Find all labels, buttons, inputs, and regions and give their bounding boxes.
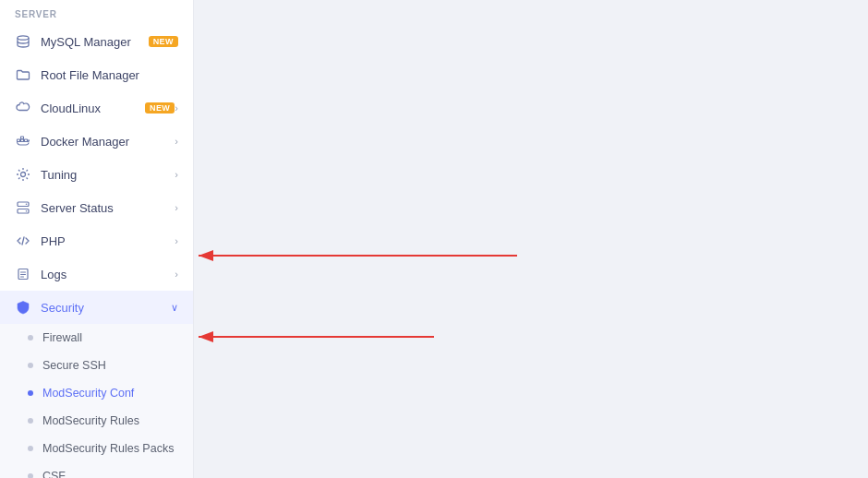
- sub-item-modsecurity-rules-packs[interactable]: ModSecurity Rules Packs: [0, 435, 193, 462]
- sidebar-item-logs[interactable]: Logs ›: [0, 257, 193, 291]
- dot-secure-ssh: [28, 363, 33, 368]
- sub-label-modsecurity-rules: ModSecurity Rules: [42, 414, 139, 427]
- sidebar-label-php: PHP: [41, 234, 175, 248]
- sidebar-item-cloudlinux[interactable]: CloudLinux NEW ›: [0, 91, 193, 125]
- sidebar-label-security: Security: [41, 301, 171, 315]
- chevron-php: ›: [175, 235, 178, 246]
- server-section-header: SERVER: [0, 0, 193, 25]
- chevron-tuning: ›: [175, 169, 178, 180]
- sidebar-item-mysql-manager[interactable]: MySQL Manager NEW: [0, 25, 193, 58]
- sub-item-modsecurity-rules[interactable]: ModSecurity Rules: [0, 407, 193, 435]
- sub-label-csf: CSF: [42, 470, 66, 478]
- sidebar-label-mysql-manager: MySQL Manager: [41, 35, 143, 49]
- dot-modsecurity-rules-packs: [28, 446, 33, 451]
- svg-point-8: [26, 203, 28, 205]
- sub-item-secure-ssh[interactable]: Secure SSH: [0, 352, 193, 379]
- svg-point-0: [18, 36, 29, 40]
- badge-new-cloudlinux: NEW: [145, 102, 175, 114]
- sub-item-csf[interactable]: CSF: [0, 462, 193, 478]
- svg-rect-1: [18, 139, 20, 142]
- sub-label-modsecurity-conf: ModSecurity Conf: [42, 387, 134, 400]
- sub-label-firewall: Firewall: [42, 331, 82, 344]
- sidebar-label-server-status: Server Status: [41, 201, 175, 215]
- sidebar-item-php[interactable]: PHP ›: [0, 224, 193, 257]
- security-submenu: Firewall Secure SSH ModSecurity Conf Mod…: [0, 324, 193, 478]
- shield-icon: [15, 299, 31, 316]
- chevron-logs: ›: [175, 269, 178, 280]
- sidebar-item-docker-manager[interactable]: Docker Manager ›: [0, 125, 193, 158]
- sidebar-label-tuning: Tuning: [41, 168, 175, 182]
- main-content: [194, 0, 868, 478]
- sidebar-item-tuning[interactable]: Tuning ›: [0, 158, 193, 191]
- sub-item-modsecurity-conf[interactable]: ModSecurity Conf: [0, 379, 193, 407]
- dot-csf: [28, 473, 33, 478]
- sidebar-label-logs: Logs: [41, 268, 175, 281]
- dot-modsecurity-conf: [28, 390, 33, 396]
- folder-icon: [15, 66, 31, 83]
- dot-firewall: [28, 335, 33, 341]
- cloud-icon: [15, 100, 31, 116]
- svg-point-9: [26, 210, 28, 212]
- sidebar-label-cloudlinux: CloudLinux: [41, 102, 139, 115]
- sidebar-item-server-status[interactable]: Server Status ›: [0, 191, 193, 224]
- dot-modsecurity-rules: [28, 418, 33, 424]
- chevron-cloudlinux: ›: [175, 102, 178, 114]
- sidebar-label-root-file-manager: Root File Manager: [41, 68, 178, 82]
- database-icon: [15, 33, 31, 50]
- svg-rect-2: [21, 139, 24, 142]
- chevron-server-status: ›: [175, 202, 178, 213]
- sidebar: SERVER MySQL Manager NEW Root File Manag…: [0, 0, 194, 478]
- docker-icon: [15, 133, 31, 149]
- sidebar-item-root-file-manager[interactable]: Root File Manager: [0, 58, 193, 91]
- server-icon: [15, 199, 31, 216]
- sub-item-firewall[interactable]: Firewall: [0, 324, 193, 352]
- svg-point-5: [21, 173, 26, 177]
- chevron-docker: ›: [175, 136, 178, 147]
- chevron-security: ∨: [171, 302, 178, 314]
- badge-new-mysql: NEW: [149, 36, 178, 47]
- sub-label-modsecurity-rules-packs: ModSecurity Rules Packs: [42, 442, 174, 455]
- tuning-icon: [15, 166, 31, 183]
- svg-rect-4: [21, 137, 24, 139]
- sub-label-secure-ssh: Secure SSH: [42, 359, 106, 372]
- sidebar-item-security[interactable]: Security ∨: [0, 291, 193, 324]
- logs-icon: [15, 266, 31, 282]
- code-icon: [15, 233, 31, 249]
- sidebar-label-docker-manager: Docker Manager: [41, 135, 175, 149]
